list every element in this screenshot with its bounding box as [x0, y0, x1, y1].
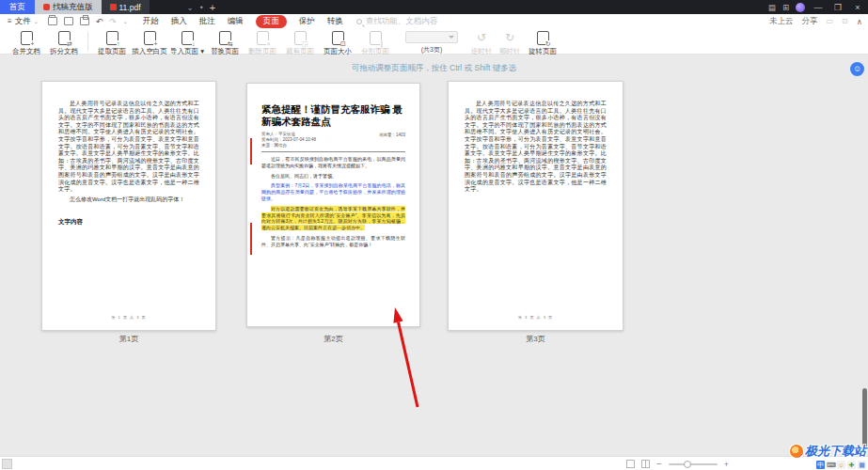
tab-list-caret-icon[interactable]: ⌄ [187, 3, 194, 12]
page-count-caption: (共3页) [421, 45, 443, 55]
tab-edit[interactable]: 编辑 [228, 16, 244, 27]
page2-headline: 紧急提醒！谨防冒充客服诈骗 最新骗术套路盘点 [261, 104, 405, 128]
home-tab[interactable]: 首页 [0, 0, 35, 14]
watermark-logo-icon [790, 445, 803, 458]
save-icon[interactable] [64, 17, 73, 25]
rotate-ccw-icon: ↺ [477, 31, 486, 45]
replace-pages-button[interactable]: ⇆替换页面 [206, 28, 244, 56]
split-doc-icon: ⇄ [58, 31, 71, 45]
print-icon[interactable] [80, 17, 89, 25]
page-thumbnail-1[interactable]: 是人类用符号记录表达信息以传之久远的方式和工具。现代文字大多是记录语言的工具。人… [41, 81, 216, 331]
zoom-out-button[interactable]: − [656, 459, 662, 469]
ime-icon[interactable]: ▦ [858, 461, 866, 469]
menubar: ≡ 文件 ⌄ ↶ ↷ ⌄ 开始 插入 批注 编辑 页面 保护 转换 查找功能、文… [0, 14, 868, 28]
tab-insert[interactable]: 插入 [171, 16, 187, 27]
page1-footer: 第 1 页 共 3 页 [42, 315, 215, 320]
toolbar: +合并文档⇄拆分文档↑提取页面+插入空白页↓导入页面 ▾⇆替换页面×删除页面◲裁… [0, 28, 868, 55]
menubar-right: 未上云 分享 ▭ ⊡ ∧ [769, 16, 868, 27]
two-page-view-icon[interactable] [641, 460, 650, 468]
tab-comment[interactable]: 批注 [199, 16, 215, 27]
assistant-button[interactable]: ☺ [850, 62, 864, 76]
collapse-ribbon-icon[interactable]: ∧ [857, 17, 862, 26]
page-range-select-box[interactable] [405, 31, 458, 43]
page1-heading: 文字内容 [58, 218, 199, 227]
split-doc-button[interactable]: ⇄拆分文档 [45, 28, 83, 56]
tab-document-2-active[interactable]: 11.pdf [102, 0, 150, 14]
crop-pages-icon: ◲ [294, 31, 307, 45]
insert-blank-page-button[interactable]: +插入空白页 [131, 28, 168, 56]
tab-page-active[interactable]: 页面 [256, 15, 287, 28]
page-organize-canvas[interactable]: 可拖动调整页面顺序，按住 Ctrl 或 Shift 键多选 ☺ 是人类用符号记录… [0, 55, 868, 456]
watermark-text: 极光下载站 [805, 443, 866, 460]
tab-start[interactable]: 开始 [143, 16, 159, 27]
grid-view-icon[interactable]: ⊞ [782, 3, 789, 12]
chevron-down-icon: ⌄ [34, 18, 39, 24]
tab-convert[interactable]: 转换 [327, 16, 343, 27]
replace-pages-icon: ⇆ [219, 31, 231, 45]
ime-icon[interactable]: 中 [816, 461, 825, 469]
home-tab-label: 首页 [9, 2, 25, 13]
layout-view-icon[interactable]: ▤ [768, 3, 776, 12]
tab-protect[interactable]: 保护 [299, 16, 315, 27]
search-box[interactable]: 查找功能、文档内容 [356, 16, 438, 27]
merge-docs-button[interactable]: +合并文档 [8, 28, 45, 56]
ime-toolbar: 中⌨☺✚▦ [718, 461, 866, 470]
page-range-select[interactable]: (共3页) [405, 31, 458, 55]
page1-paragraph: 是人类用符号记录表达信息以传之久远的方式和工具。现代文字大多是记录语言的工具。人… [58, 101, 199, 194]
close-button[interactable]: × [851, 3, 864, 12]
tab-document-1[interactable]: 找稿充值版 [35, 0, 102, 14]
meta-source: 来源：网信办 [261, 143, 405, 149]
titlebar-right: ▤ ⊞ — ❐ × [768, 0, 868, 14]
extract-pages-icon: ↑ [106, 31, 118, 45]
maximize-button[interactable]: ❐ [831, 3, 844, 12]
page-thumbnail-2[interactable]: 紧急提醒！谨防冒充客服诈骗 最新骗术套路盘点 发布人：平安街道 发布时间：202… [246, 83, 420, 327]
new-tab-button[interactable]: + [210, 2, 215, 13]
rotate-cw-icon: ↻ [505, 31, 514, 45]
more-commands-icon[interactable]: ⌄ [123, 18, 128, 24]
page2-meta: 发布人：平安街道 发布时间：2023-07-04 10:48 来源：网信办 浏览… [261, 132, 405, 152]
file-menu[interactable]: ≡ 文件 ⌄ [8, 16, 39, 27]
statusbar-corner-icon [2, 459, 12, 469]
share-button[interactable]: 分享 [802, 16, 818, 27]
page3-footer: 第 3 页 共 3 页 [449, 315, 623, 320]
page2-caption: 第2页 [246, 334, 420, 344]
tab-document-2-label: 11.pdf [119, 3, 141, 12]
delete-pages-icon: × [257, 31, 269, 45]
user-avatar[interactable] [796, 3, 805, 12]
page2-paragraph: 各位居民、同志们，请予警惕。 [261, 173, 405, 180]
undo-icon[interactable]: ↶ [96, 17, 103, 26]
ime-icon[interactable]: ✚ [847, 461, 856, 469]
extract-pages-button[interactable]: ↑提取页面 [93, 28, 131, 56]
ime-icon[interactable]: ⌨ [827, 461, 835, 469]
merge-docs-icon: + [21, 31, 33, 45]
open-folder-icon[interactable] [48, 17, 57, 25]
page3-paragraph: 是人类用符号记录表达信息以传之久远的方式和工具。现代文字大多是记录语言的工具。人… [465, 101, 607, 194]
page2-highlight-paragraph: 对方以退款需要验证资金为由，诱导李某下载屏幕共享软件，并要求其将银行卡内资金转入… [261, 206, 405, 231]
import-pages-icon: ↓ [181, 31, 194, 45]
rotate-pages-button[interactable]: ↻旋转页面 [524, 28, 561, 56]
page1-question: 怎么修改Word文档一打字就出现乱码的字体！ [58, 196, 199, 204]
redo-icon[interactable]: ↷ [109, 17, 117, 26]
single-page-view-icon[interactable] [626, 460, 635, 468]
pdf-file-icon [110, 4, 117, 10]
page-thumbnail-3[interactable]: 是人类用符号记录表达信息以传之久远的方式和工具。现代文字大多是记录语言的工具。人… [448, 81, 623, 331]
minimize-button[interactable]: — [812, 3, 825, 12]
page2-link-paragraph: 典型案例：7月2日，李某接到自称某电商平台客服的电话，称其网购的商品存在质量问题… [261, 182, 405, 201]
zoom-slider[interactable] [669, 463, 718, 465]
insert-blank-page-icon: + [144, 31, 156, 45]
ime-icon[interactable]: ☺ [837, 461, 845, 469]
ribbon-tabs: 开始 插入 批注 编辑 页面 保护 转换 [143, 15, 343, 28]
zoom-slider-knob[interactable] [684, 461, 691, 468]
chevron-down-icon [449, 36, 454, 39]
import-pages-button[interactable]: ↓导入页面 ▾ [168, 28, 206, 56]
hamburger-icon: ≡ [8, 17, 12, 25]
doc-red-icon [43, 4, 50, 10]
cloud-status[interactable]: 未上云 [769, 16, 794, 27]
highlighted-text: 对方以退款需要验证资金为由，诱导李某下载屏幕共享软件，并要求其将银行卡内资金转入… [261, 206, 405, 230]
crop-pages-button: ◲裁剪页面 [281, 28, 319, 56]
titlebar: 首页 找稿充值版 11.pdf ⌄ • + ▤ ⊞ — ❐ × [0, 0, 868, 14]
page1-caption: 第1页 [41, 334, 216, 344]
rotate-pages-icon: ↻ [537, 31, 549, 45]
vertical-scrollbar[interactable] [862, 388, 867, 450]
page-size-button[interactable]: ⊡页面大小 [319, 28, 356, 56]
